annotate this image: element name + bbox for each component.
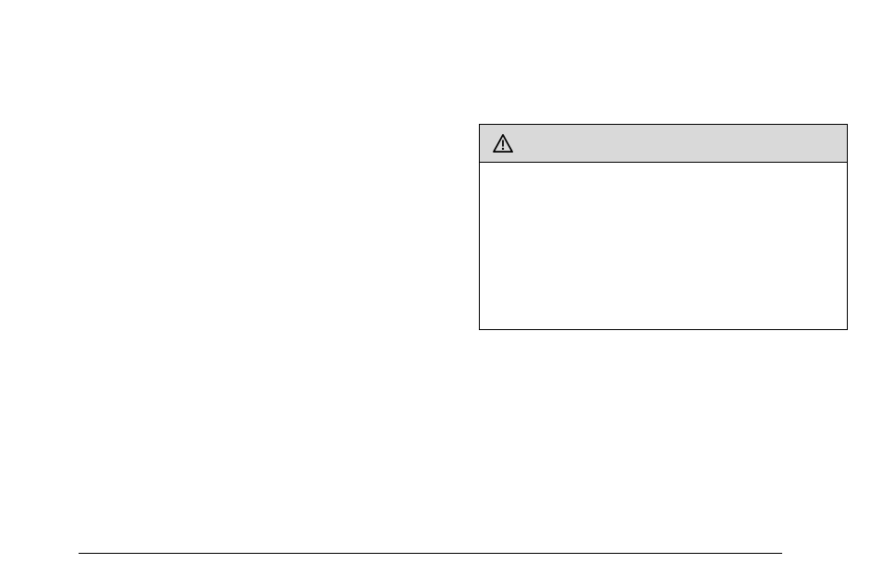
warning-triangle-icon xyxy=(493,134,513,153)
warning-body xyxy=(480,163,847,329)
document-page xyxy=(0,0,882,588)
warning-box xyxy=(479,124,848,330)
warning-header xyxy=(480,125,847,163)
svg-point-1 xyxy=(502,148,504,150)
footer-divider xyxy=(79,553,782,554)
